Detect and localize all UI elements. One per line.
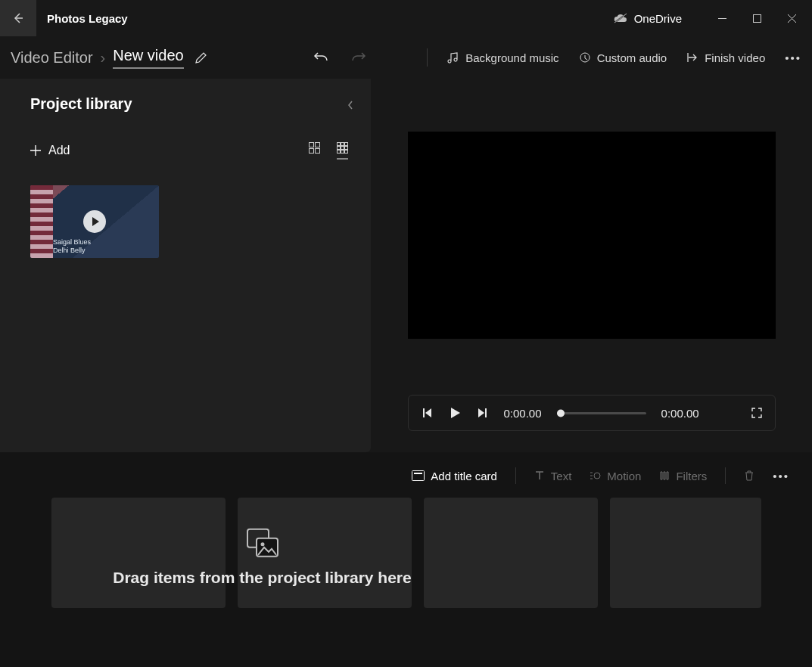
text-icon <box>534 470 545 481</box>
play-overlay-icon <box>83 210 106 233</box>
redo-button <box>351 51 366 64</box>
storyboard-slot[interactable] <box>610 498 761 608</box>
add-label: Add <box>48 144 70 157</box>
pencil-icon <box>194 51 207 64</box>
small-grid-button[interactable] <box>337 142 348 160</box>
plus-icon <box>30 145 41 156</box>
minimize-icon <box>718 14 726 23</box>
project-library-panel: Project library Add <box>0 79 371 452</box>
play-icon <box>448 406 462 420</box>
svg-rect-16 <box>341 150 344 153</box>
clip-caption-line1: Saigal Blues <box>53 238 91 247</box>
motion-label: Motion <box>607 470 641 482</box>
text-label: Text <box>551 470 572 482</box>
redo-icon <box>351 51 366 64</box>
text-button: Text <box>534 470 572 482</box>
prev-frame-button[interactable] <box>421 407 433 419</box>
custom-audio-button[interactable]: Custom audio <box>579 51 667 64</box>
main-area: Project library Add <box>0 79 812 452</box>
svg-rect-7 <box>310 148 314 153</box>
play-button[interactable] <box>448 406 462 420</box>
svg-rect-14 <box>345 146 348 149</box>
maximize-icon <box>753 14 761 23</box>
background-music-label: Background music <box>465 51 558 64</box>
background-music-button[interactable]: Background music <box>447 51 558 64</box>
add-title-card-button[interactable]: Add title card <box>412 470 497 482</box>
svg-rect-5 <box>310 142 314 147</box>
total-time: 0:00.00 <box>661 407 699 420</box>
seek-bar[interactable] <box>557 412 646 414</box>
more-button[interactable]: ••• <box>785 51 801 64</box>
onedrive-label: OneDrive <box>634 12 682 25</box>
library-thumbnails: Saigal Blues Delhi Belly <box>30 185 348 258</box>
video-preview[interactable] <box>408 132 776 339</box>
divider <box>427 48 428 67</box>
svg-rect-9 <box>338 142 341 145</box>
trash-icon <box>744 470 754 482</box>
title-card-icon <box>412 470 425 481</box>
arrow-left-icon <box>12 12 24 24</box>
chevron-left-icon <box>347 100 354 110</box>
preview-panel: 0:00.00 0:00.00 <box>371 79 812 452</box>
svg-rect-12 <box>338 146 341 149</box>
close-button[interactable] <box>774 6 809 30</box>
finish-video-label: Finish video <box>705 51 765 64</box>
back-button[interactable] <box>0 0 36 36</box>
grid-small-icon <box>337 142 348 154</box>
library-clip[interactable]: Saigal Blues Delhi Belly <box>30 185 159 258</box>
add-media-button[interactable]: Add <box>30 144 70 157</box>
storyboard-slot[interactable] <box>424 498 598 608</box>
dropzone-slots <box>51 498 812 608</box>
grid-large-icon <box>309 142 320 154</box>
svg-rect-6 <box>316 142 320 147</box>
svg-rect-17 <box>345 150 348 153</box>
divider <box>725 467 726 484</box>
finish-video-button[interactable]: Finish video <box>686 51 765 64</box>
collapse-library-button[interactable] <box>347 100 354 110</box>
audio-icon <box>579 51 591 64</box>
svg-rect-15 <box>338 150 341 153</box>
undo-button[interactable] <box>313 51 328 64</box>
breadcrumb-parent[interactable]: Video Editor <box>11 49 93 67</box>
minimize-button[interactable] <box>705 6 739 30</box>
filters-label: Filters <box>676 470 707 482</box>
clip-caption-line2: Delhi Belly <box>53 247 91 255</box>
cloud-off-icon <box>613 13 628 23</box>
fullscreen-button[interactable] <box>751 407 763 419</box>
top-actions: Background music Custom audio Finish vid… <box>427 48 801 67</box>
project-library-title: Project library <box>30 95 348 113</box>
undo-icon <box>313 51 328 64</box>
svg-rect-18 <box>412 471 425 481</box>
divider <box>515 467 516 484</box>
storyboard-toolbar: Add title card Text Motion Filters ••• <box>0 467 812 498</box>
custom-audio-label: Custom audio <box>597 51 667 64</box>
playback-controls: 0:00.00 0:00.00 <box>408 395 776 431</box>
rename-button[interactable] <box>194 51 207 64</box>
breadcrumb-current[interactable]: New video <box>113 47 183 69</box>
next-frame-button[interactable] <box>477 407 489 419</box>
music-icon <box>447 51 459 64</box>
motion-button: Motion <box>590 470 641 482</box>
chevron-right-icon: › <box>101 49 106 67</box>
storyboard-slot[interactable] <box>238 498 412 608</box>
maximize-button[interactable] <box>739 6 774 30</box>
storyboard-panel: Add title card Text Motion Filters ••• <box>0 452 812 667</box>
title-card-label: Add title card <box>431 470 497 482</box>
storyboard-slot[interactable] <box>51 498 226 608</box>
titlebar: Photos Legacy OneDrive <box>0 0 812 36</box>
storyboard-more-button[interactable]: ••• <box>773 470 789 482</box>
delete-button <box>744 470 754 482</box>
motion-icon <box>590 470 601 481</box>
svg-rect-3 <box>753 14 761 22</box>
clip-caption: Saigal Blues Delhi Belly <box>53 238 91 255</box>
filters-icon <box>659 470 670 481</box>
onedrive-status[interactable]: OneDrive <box>613 12 682 25</box>
storyboard-dropzone[interactable]: Drag items from the project library here <box>51 498 812 626</box>
close-icon <box>788 14 796 23</box>
step-back-icon <box>421 407 433 419</box>
thumb-decoration <box>30 185 53 258</box>
breadcrumb: Video Editor › New video <box>11 47 184 69</box>
svg-rect-19 <box>414 473 422 474</box>
large-grid-button[interactable] <box>309 142 320 160</box>
filters-button: Filters <box>659 470 707 482</box>
